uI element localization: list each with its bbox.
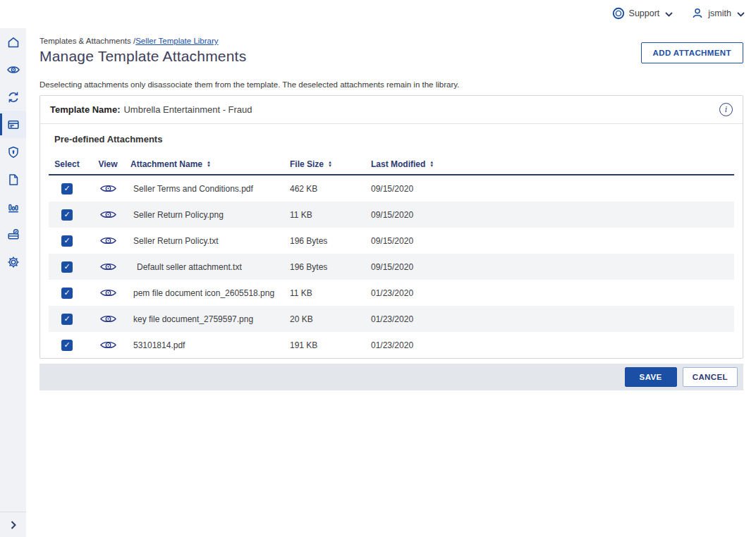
top-bar: Support jsmith — [0, 0, 756, 28]
last-modified: 09/15/2020 — [371, 236, 734, 246]
sort-icon-file-size[interactable] — [328, 161, 332, 168]
breadcrumb-link-seller-template-library[interactable]: Seller Template Library — [135, 37, 218, 45]
chevron-right-icon — [11, 521, 16, 529]
chevron-down-icon — [737, 7, 745, 20]
sidebar-item-approvals[interactable] — [0, 221, 26, 248]
file-size: 196 Bytes — [290, 262, 371, 272]
support-label: Support — [629, 8, 660, 18]
page-title: Manage Template Attachments — [39, 48, 743, 65]
section-title: Pre-defined Attachments — [49, 134, 734, 144]
table-header-row: Select View Attachment Name File Size La… — [49, 154, 734, 175]
file-size: 11 KB — [290, 210, 371, 220]
sort-icon-attachment-name[interactable] — [207, 161, 211, 168]
table-row: Default seller attachment.txt 196 Bytes … — [49, 254, 734, 280]
attachment-name: 53101814.pdf — [130, 340, 290, 350]
cancel-button[interactable]: CANCEL — [683, 367, 738, 387]
column-file-size: File Size — [290, 159, 324, 169]
sidebar-item-sync[interactable] — [0, 83, 26, 111]
row-checkbox[interactable] — [61, 235, 73, 247]
breadcrumb-parent: Templates & Attachments — [39, 37, 131, 45]
attachments-table: Select View Attachment Name File Size La… — [49, 154, 734, 358]
attachment-name: Default seller attachment.txt — [130, 262, 290, 272]
row-checkbox[interactable] — [61, 183, 73, 195]
action-bar: SAVE CANCEL — [39, 364, 743, 390]
last-modified: 09/15/2020 — [371, 210, 734, 220]
shield-lock-icon — [6, 145, 20, 159]
username-label: jsmith — [708, 8, 731, 18]
column-select: Select — [49, 159, 85, 169]
template-name-row: Template Name: Umbrella Entertainment - … — [40, 96, 743, 124]
user-icon — [691, 7, 704, 20]
template-attachments-card: Template Name: Umbrella Entertainment - … — [39, 95, 743, 359]
column-view: View — [85, 159, 130, 169]
sidebar-item-security[interactable] — [0, 138, 26, 166]
sidebar-item-reports[interactable] — [0, 193, 26, 221]
row-checkbox[interactable] — [61, 314, 73, 325]
chevron-down-icon — [665, 7, 673, 20]
sort-icon-last-modified[interactable] — [429, 161, 434, 168]
row-checkbox[interactable] — [61, 209, 73, 221]
table-row: Seller Return Policy.txt 196 Bytes 09/15… — [49, 228, 734, 254]
view-eye-icon[interactable] — [100, 183, 116, 194]
support-menu[interactable]: Support — [612, 7, 673, 20]
sidebar-item-monitor[interactable] — [0, 56, 26, 83]
bar-chart-icon — [6, 200, 20, 214]
breadcrumb: Templates & Attachments /Seller Template… — [39, 37, 743, 45]
column-last-modified: Last Modified — [371, 159, 425, 169]
template-name-value: Umbrella Entertainment - Fraud — [123, 104, 252, 115]
support-icon — [612, 7, 625, 20]
last-modified: 01/23/2020 — [371, 288, 734, 298]
last-modified: 09/15/2020 — [371, 184, 734, 194]
sidebar-item-documents[interactable] — [0, 166, 26, 193]
attachment-name: Seller Return Policy.txt — [130, 236, 290, 246]
inbox-check-icon — [6, 228, 20, 242]
table-row: 53101814.pdf 191 KB 01/23/2020 — [49, 332, 734, 358]
table-body: Seller Terms and Conditions.pdf 462 KB 0… — [49, 175, 734, 358]
file-size: 462 KB — [290, 184, 371, 194]
row-checkbox[interactable] — [61, 261, 73, 273]
sidebar-item-templates[interactable] — [0, 111, 26, 138]
document-icon — [6, 173, 20, 187]
attachment-name: pem file document icon_2605518.png — [130, 288, 290, 298]
sidebar-expand-toggle[interactable] — [0, 512, 26, 537]
attachment-name: Seller Terms and Conditions.pdf — [130, 184, 290, 194]
view-eye-icon[interactable] — [100, 261, 116, 272]
save-button[interactable]: SAVE — [625, 367, 677, 387]
user-menu[interactable]: jsmith — [691, 7, 745, 20]
main-content: Templates & Attachments /Seller Template… — [39, 28, 743, 390]
file-size: 191 KB — [290, 340, 371, 350]
view-eye-icon[interactable] — [100, 209, 116, 220]
info-icon[interactable]: i — [719, 103, 733, 116]
file-size: 196 Bytes — [290, 236, 371, 246]
attachment-name: Seller Return Policy.png — [130, 210, 290, 220]
attachment-name: key file document_2759597.png — [130, 314, 290, 324]
row-checkbox[interactable] — [61, 340, 73, 351]
sidebar-item-settings[interactable] — [0, 248, 26, 276]
home-icon — [6, 35, 20, 49]
sync-icon — [6, 90, 20, 104]
template-name-label: Template Name: — [50, 104, 120, 115]
view-eye-icon[interactable] — [100, 340, 116, 350]
last-modified: 01/23/2020 — [371, 314, 734, 324]
table-row: Seller Return Policy.png 11 KB 09/15/202… — [49, 202, 734, 228]
column-attachment-name: Attachment Name — [130, 159, 202, 169]
file-size: 11 KB — [290, 288, 371, 298]
file-size: 20 KB — [290, 314, 371, 324]
last-modified: 01/23/2020 — [371, 340, 734, 350]
gear-icon — [6, 255, 20, 269]
template-card-icon — [6, 118, 20, 132]
sidebar-nav — [0, 28, 26, 537]
sidebar-item-home[interactable] — [0, 28, 26, 56]
row-checkbox[interactable] — [61, 288, 73, 299]
view-eye-icon[interactable] — [100, 288, 116, 298]
eye-icon — [6, 63, 20, 77]
view-eye-icon[interactable] — [100, 314, 116, 324]
view-eye-icon[interactable] — [100, 235, 116, 246]
add-attachment-button[interactable]: ADD ATTACHMENT — [641, 42, 743, 63]
last-modified: 09/15/2020 — [371, 262, 734, 272]
table-row: Seller Terms and Conditions.pdf 462 KB 0… — [49, 175, 734, 202]
table-row: key file document_2759597.png 20 KB 01/2… — [49, 306, 734, 332]
table-row: pem file document icon_2605518.png 11 KB… — [49, 280, 734, 306]
deselect-note: Deselecting attachments only disassociat… — [39, 80, 743, 89]
